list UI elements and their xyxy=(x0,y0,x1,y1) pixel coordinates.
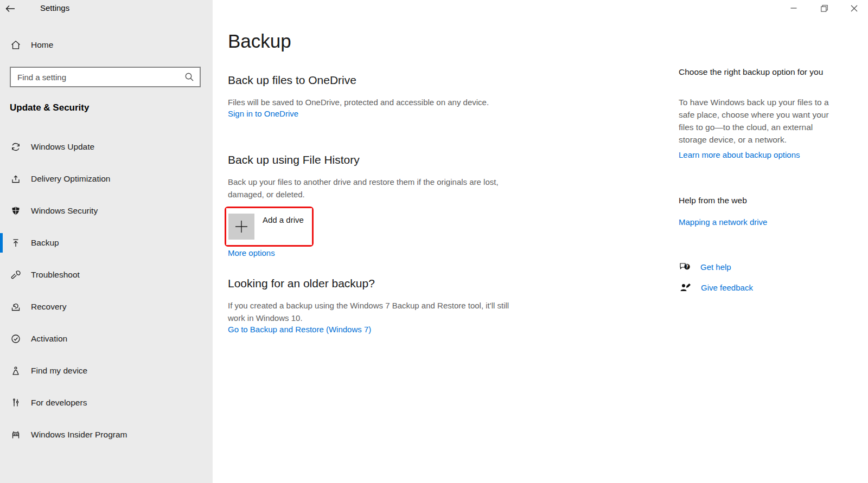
page-title: Backup xyxy=(228,30,291,52)
sidebar-item-label: Recovery xyxy=(31,302,66,312)
older-backup-section-body: If you created a backup using the Window… xyxy=(228,299,525,324)
dev-tools-icon xyxy=(10,397,22,409)
recovery-icon xyxy=(10,301,22,313)
sidebar-item-troubleshoot[interactable]: Troubleshoot xyxy=(0,264,213,286)
sidebar-item-windows-insider-program[interactable]: Windows Insider Program xyxy=(0,424,213,446)
annotation-highlight-box: Add a drive xyxy=(225,207,314,247)
back-arrow-icon xyxy=(5,5,26,12)
sidebar-item-label: Home xyxy=(31,40,53,50)
sidebar-item-label: For developers xyxy=(31,398,87,408)
sidebar-item-activation[interactable]: Activation xyxy=(0,328,213,350)
plus-icon xyxy=(228,214,254,240)
locate-icon xyxy=(10,365,22,377)
sidebar-item-backup[interactable]: Backup xyxy=(0,232,213,254)
sidebar-item-recovery[interactable]: Recovery xyxy=(0,296,213,318)
add-a-drive-button[interactable]: Add a drive xyxy=(226,208,312,245)
minimize-button[interactable] xyxy=(778,0,809,16)
wrench-icon xyxy=(10,269,22,281)
go-to-backup-and-restore-link[interactable]: Go to Backup and Restore (Windows 7) xyxy=(228,325,371,334)
insider-icon xyxy=(10,429,22,441)
backup-icon xyxy=(10,237,22,249)
mapping-network-drive-link[interactable]: Mapping a network drive xyxy=(679,217,767,227)
settings-window: Settings Home Update & Security Windows … xyxy=(0,0,868,483)
learn-more-backup-options-link[interactable]: Learn more about backup options xyxy=(679,150,800,159)
sidebar-item-for-developers[interactable]: For developers xyxy=(0,392,213,414)
sidebar-item-find-my-device[interactable]: Find my device xyxy=(0,360,213,382)
search-box xyxy=(10,67,201,87)
sidebar-item-label: Backup xyxy=(31,238,59,248)
search-icon xyxy=(183,71,195,83)
sidebar-item-windows-security[interactable]: Windows Security xyxy=(0,200,213,222)
sidebar-item-label: Windows Security xyxy=(31,206,98,216)
maximize-restore-button[interactable] xyxy=(809,0,840,16)
shield-icon xyxy=(10,205,22,217)
sign-in-to-onedrive-link[interactable]: Sign in to OneDrive xyxy=(228,109,298,118)
choose-backup-heading: Choose the right backup option for you xyxy=(679,66,839,78)
give-feedback-row: Give feedback xyxy=(679,281,753,294)
help-from-web-heading: Help from the web xyxy=(679,194,747,207)
home-icon xyxy=(10,39,22,51)
onedrive-section-body: Files will be saved to OneDrive, protect… xyxy=(228,96,525,108)
check-circle-icon xyxy=(10,333,22,345)
sidebar-item-home[interactable]: Home xyxy=(0,34,213,56)
close-button[interactable] xyxy=(840,0,868,16)
get-help-icon: ? xyxy=(679,260,692,273)
app-title: Settings xyxy=(40,3,69,12)
sidebar-item-delivery-optimization[interactable]: Delivery Optimization xyxy=(0,168,213,190)
more-options-link[interactable]: More options xyxy=(228,248,275,257)
onedrive-section-heading: Back up files to OneDrive xyxy=(228,74,356,87)
svg-text:?: ? xyxy=(686,265,688,269)
sidebar-nav: Windows Update Delivery Optimization Win… xyxy=(0,136,213,456)
file-history-section-heading: Back up using File History xyxy=(228,153,360,166)
sidebar-item-label: Windows Update xyxy=(31,142,94,152)
file-history-section-body: Back up your files to another drive and … xyxy=(228,176,525,201)
close-icon xyxy=(851,5,858,12)
delivery-optimization-icon xyxy=(10,173,22,185)
minimize-icon xyxy=(790,5,797,11)
older-backup-section-heading: Looking for an older backup? xyxy=(228,277,375,290)
sidebar-item-label: Delivery Optimization xyxy=(31,174,110,184)
sidebar-item-label: Activation xyxy=(31,334,67,344)
give-feedback-link[interactable]: Give feedback xyxy=(701,283,753,292)
sidebar-item-label: Troubleshoot xyxy=(31,270,80,280)
choose-backup-body: To have Windows back up your files to a … xyxy=(679,96,839,146)
sidebar-item-label: Find my device xyxy=(31,366,87,376)
add-a-drive-label: Add a drive xyxy=(263,215,304,224)
window-controls xyxy=(778,0,868,16)
titlebar: Settings xyxy=(0,0,213,17)
sidebar-item-label: Windows Insider Program xyxy=(31,430,127,440)
sync-icon xyxy=(10,141,22,153)
category-title: Update & Security xyxy=(10,102,89,113)
get-help-link[interactable]: Get help xyxy=(700,262,731,272)
search-input[interactable] xyxy=(11,68,200,86)
get-help-row: ? Get help xyxy=(679,260,731,273)
sidebar-item-windows-update[interactable]: Windows Update xyxy=(0,136,213,158)
back-button[interactable] xyxy=(5,1,26,16)
restore-icon xyxy=(821,5,828,12)
give-feedback-icon xyxy=(679,281,692,294)
sidebar: Settings Home Update & Security Windows … xyxy=(0,0,213,483)
